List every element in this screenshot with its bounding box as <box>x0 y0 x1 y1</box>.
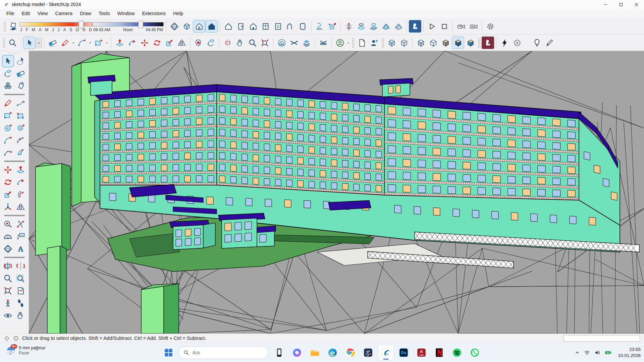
pan-hand-button[interactable] <box>234 37 246 49</box>
settings-gear-button[interactable] <box>484 20 496 33</box>
cross-layers-button[interactable] <box>288 37 300 49</box>
taskbar-app-app-12[interactable]: 12 <box>361 345 376 360</box>
shadow-time-slider[interactable]: 06:43 AMNoon04:45 PM <box>93 21 164 32</box>
tag-tool-button[interactable] <box>15 80 27 92</box>
stop-animation-button[interactable] <box>438 20 450 33</box>
style-shaded-box-button[interactable] <box>439 37 452 49</box>
taskbar-app-edge[interactable] <box>325 345 340 360</box>
taskbar-clock[interactable]: 23:55 10.01.2026 <box>618 347 641 358</box>
menu-item-draw[interactable]: Draw <box>76 10 95 17</box>
menu-item-window[interactable]: Window <box>114 10 139 17</box>
dropdown-caret[interactable]: ▾ <box>71 37 75 49</box>
3d-viewport[interactable] <box>29 51 644 334</box>
zoom-lens-button[interactable] <box>6 37 19 49</box>
taskbar-search[interactable] <box>179 346 269 359</box>
dropdown-caret[interactable]: ▾ <box>346 37 351 49</box>
select-dropdown[interactable]: ▾ <box>36 38 42 48</box>
pan-hand-button[interactable] <box>15 309 27 322</box>
sandbox-from-scratch-button[interactable] <box>326 20 338 33</box>
flip-tool-button[interactable] <box>15 201 27 213</box>
select-tool-button[interactable] <box>23 37 36 49</box>
rotated-rectangle-button[interactable] <box>15 109 27 122</box>
mirror-flip-button[interactable] <box>221 37 234 49</box>
search-input[interactable] <box>192 350 257 356</box>
shadow-settings-button[interactable] <box>7 20 19 33</box>
menu-item-view[interactable]: View <box>34 10 51 17</box>
north-compass-button[interactable]: CA B <box>168 20 180 33</box>
house-door-button[interactable] <box>247 20 259 33</box>
stop-camera-button[interactable] <box>467 20 480 33</box>
add-person-button[interactable] <box>368 37 380 49</box>
bulb-tag-button[interactable] <box>531 37 543 49</box>
paint-bucket-button[interactable] <box>205 37 217 49</box>
tape-measure-button[interactable] <box>2 218 14 230</box>
walk-tool-button[interactable] <box>15 297 27 309</box>
polygon-tool-button[interactable] <box>15 122 27 134</box>
move-tool-button[interactable] <box>138 37 151 49</box>
sandbox-flip-edge-button[interactable] <box>392 20 405 33</box>
lasso-select-button[interactable] <box>15 55 27 67</box>
date-slider-track[interactable] <box>19 22 93 26</box>
roof-tool-button[interactable] <box>284 20 297 33</box>
style-shaded-textures-box-button[interactable] <box>452 37 464 49</box>
rectangle-tool-button[interactable] <box>92 37 105 49</box>
menu-item-file[interactable]: File <box>3 10 18 17</box>
rotate-tool-button[interactable] <box>2 176 14 188</box>
slab-tool-button[interactable] <box>297 20 309 33</box>
scale-tool-button[interactable] <box>2 188 14 201</box>
circle-tool-button[interactable] <box>2 122 14 134</box>
cross-layers-2-button[interactable] <box>317 37 329 49</box>
line-pencil-button[interactable] <box>59 37 71 49</box>
window-cabinet-button[interactable] <box>259 20 272 33</box>
3d-text-button[interactable]: A <box>15 243 27 255</box>
sandbox-add-detail-button[interactable] <box>380 20 392 33</box>
sandbox-drape-button[interactable] <box>367 20 380 33</box>
layer-stack-button[interactable] <box>300 37 313 49</box>
arc-tool-button[interactable] <box>2 134 14 146</box>
taskbar-app-autocad[interactable]: ACAD <box>414 345 429 360</box>
battery-charging-icon[interactable] <box>605 350 612 356</box>
rotate-tool-button[interactable] <box>151 37 163 49</box>
flip-tool-button[interactable] <box>175 37 188 49</box>
style-house-open-button[interactable] <box>193 20 205 33</box>
eraser-tool-button[interactable] <box>15 67 27 80</box>
protractor-tool-button[interactable] <box>2 230 14 243</box>
sandbox-stamp-button[interactable] <box>355 20 367 33</box>
menu-item-extensions[interactable]: Extensions <box>138 10 169 17</box>
section-plane-button[interactable] <box>2 260 14 272</box>
toolbar-drag-handle[interactable] <box>382 38 384 48</box>
sandbox-smoove-button[interactable] <box>342 20 355 33</box>
minimize-icon[interactable] <box>598 0 613 9</box>
paint-sample-button[interactable] <box>192 37 205 49</box>
zoom-tool-button[interactable] <box>246 37 259 49</box>
zoom-tool-button[interactable] <box>2 272 14 285</box>
previous-view-button[interactable] <box>15 285 27 297</box>
toolbar-drag-handle[interactable] <box>3 38 5 48</box>
zoom-extents-button[interactable] <box>259 37 271 49</box>
taskbar-app-file-explorer[interactable] <box>308 345 322 360</box>
style-back-edges-box-button[interactable] <box>398 37 410 49</box>
avatar-person-button[interactable] <box>334 37 346 49</box>
section-rotate-button[interactable] <box>15 260 27 272</box>
shadow-date-slider[interactable]: JFMAMJJASOND <box>19 21 93 32</box>
arc-tool-button[interactable] <box>75 37 88 49</box>
follow-me-button[interactable] <box>126 37 138 49</box>
left-toolbar-drag-handle[interactable] <box>8 52 21 54</box>
rectangle-tool-button[interactable] <box>2 109 14 122</box>
taskbar-app-copilot[interactable] <box>290 345 305 360</box>
new-page-button[interactable] <box>356 37 368 49</box>
push-pull-button[interactable] <box>15 164 27 176</box>
look-around-button[interactable] <box>2 309 14 322</box>
offset-tool-button[interactable] <box>15 188 27 201</box>
time-slider-thumb[interactable] <box>138 21 143 28</box>
position-camera-button[interactable] <box>2 297 14 309</box>
two-point-arc-button[interactable] <box>15 134 27 146</box>
components-button[interactable] <box>2 80 14 92</box>
menu-item-help[interactable]: Help <box>169 10 187 17</box>
style-hidden-line-box-button[interactable] <box>427 37 439 49</box>
menu-item-edit[interactable]: Edit <box>18 10 34 17</box>
model-home-button[interactable] <box>275 37 288 49</box>
style-house-solid-button[interactable] <box>205 20 218 33</box>
info-icon[interactable] <box>13 336 19 341</box>
sandbox-from-contours-button[interactable] <box>313 20 326 33</box>
